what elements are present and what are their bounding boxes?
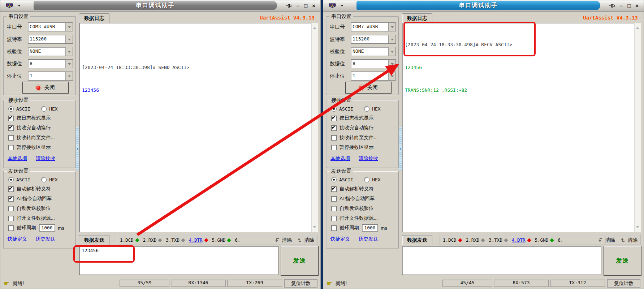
radio-recv-ascii[interactable]: ASCII xyxy=(8,106,30,112)
collapse-panel-icon[interactable] xyxy=(76,127,79,170)
scroll-down-icon[interactable] xyxy=(636,226,639,230)
tab-data-log[interactable]: 数据日志 xyxy=(402,13,432,23)
reset-count-button[interactable]: 复位计数 xyxy=(284,279,317,288)
scroll-down-icon[interactable] xyxy=(313,226,316,230)
checkbox-file-data-source[interactable]: 打开文件数据源... xyxy=(8,215,75,221)
app-menu[interactable] xyxy=(3,1,34,10)
clear-send-button[interactable]: 清除 xyxy=(297,237,314,243)
scroll-up-icon[interactable] xyxy=(636,25,639,29)
link-history-send[interactable]: 历史发送 xyxy=(36,236,55,242)
log-scrollbar[interactable] xyxy=(311,23,318,232)
data-log-area[interactable]: [2023-04-24 18:33:30.498]# RECV ASCII> 1… xyxy=(402,23,641,232)
checkbox-at-auto-enter[interactable]: AT指令自动回车 xyxy=(331,195,398,202)
close-window-button[interactable]: × xyxy=(635,2,639,9)
tab-data-send[interactable]: 数据发送 xyxy=(79,235,109,245)
link-clear-receive[interactable]: 清除接收 xyxy=(36,155,55,162)
radio-recv-hex[interactable]: HEX xyxy=(364,106,380,112)
clear-send-button[interactable]: 清除 xyxy=(620,237,637,243)
radio-recv-ascii[interactable]: ASCII xyxy=(331,106,353,112)
minimize-button[interactable]: – xyxy=(297,2,299,9)
checkbox-pause-display[interactable]: 暂停接收区显示 xyxy=(8,144,75,151)
checkbox-auto-escape[interactable]: 自动解析转义符 xyxy=(331,186,398,192)
send-button[interactable]: 发送 xyxy=(281,246,319,276)
cycle-period-input[interactable]: 1000 xyxy=(39,224,55,232)
combo-dropdown-button[interactable] xyxy=(65,35,73,43)
link-quick-define[interactable]: 快捷定义 xyxy=(8,236,27,242)
combo-dropdown-button[interactable] xyxy=(388,23,396,31)
radio-send-hex[interactable]: HEX xyxy=(364,177,380,182)
pin-icon[interactable] xyxy=(609,3,615,8)
radio-send-ascii[interactable]: ASCII xyxy=(331,177,353,182)
close-window-button[interactable]: × xyxy=(312,2,315,9)
combo-dropdown-button[interactable] xyxy=(65,72,73,80)
stop-bits-select[interactable]: 1 xyxy=(351,72,396,81)
baud-rate-select[interactable]: 115200 xyxy=(28,35,73,44)
signal-label[interactable]: 4.DTR xyxy=(189,237,203,243)
signal-dtr[interactable]: 4.DTR xyxy=(512,237,531,243)
combo-dropdown-button[interactable] xyxy=(65,23,73,31)
parity-select[interactable]: NONE xyxy=(351,47,396,56)
pin-icon[interactable] xyxy=(286,3,292,8)
maximize-button[interactable]: □ xyxy=(304,2,307,9)
checkbox-file-data-source[interactable]: 打开文件数据源... xyxy=(331,215,398,221)
parity-select[interactable]: NONE xyxy=(28,47,73,56)
combo-dropdown-button[interactable] xyxy=(388,72,396,80)
tab-data-log[interactable]: 数据日志 xyxy=(79,13,109,23)
checkbox-auto-newline[interactable]: 接收完自动换行 xyxy=(331,125,398,131)
data-bits-select[interactable]: 8 xyxy=(351,59,396,68)
checkbox-auto-checksum[interactable]: 自动发送校验位 xyxy=(8,205,75,212)
checkbox-log-mode-display[interactable]: 按日志模式显示 xyxy=(8,115,75,121)
link-other-options[interactable]: 其他选项 xyxy=(330,155,350,162)
reset-count-button[interactable]: 复位计数 xyxy=(607,279,640,288)
checkbox-cycle-period[interactable]: 循环周期 1000 ms xyxy=(8,225,75,231)
titlebar[interactable]: 串口调试助手 – □ × xyxy=(323,0,644,12)
com-port-select[interactable]: COM3 #USB xyxy=(28,22,73,31)
log-scrollbar[interactable] xyxy=(634,23,641,232)
clear-receive-button[interactable]: 清除 xyxy=(598,237,615,243)
stop-bits-select[interactable]: 1 xyxy=(28,72,73,81)
link-history-send[interactable]: 历史发送 xyxy=(359,236,378,242)
com-port-select[interactable]: COM7 #USB xyxy=(351,22,396,31)
link-quick-define[interactable]: 快捷定义 xyxy=(330,236,350,242)
checkbox-redirect-to-file[interactable]: 接收转向至文件... xyxy=(331,134,398,141)
checkbox-cycle-period[interactable]: 循环周期 1000 ms xyxy=(331,225,398,231)
checkbox-pause-display[interactable]: 暂停接收区显示 xyxy=(331,144,398,151)
titlebar[interactable]: 串口调试助手 – □ × xyxy=(0,0,320,12)
signal-label[interactable]: 4.DTR xyxy=(512,237,526,243)
checkbox-redirect-to-file[interactable]: 接收转向至文件... xyxy=(8,134,75,141)
close-port-button[interactable]: 关闭 xyxy=(345,82,392,94)
radio-recv-hex[interactable]: HEX xyxy=(41,106,57,112)
link-clear-receive[interactable]: 清除接收 xyxy=(359,155,378,162)
brand-link[interactable]: UartAssist V4.3.13 xyxy=(583,15,638,21)
combo-dropdown-button[interactable] xyxy=(388,47,396,56)
checkbox-auto-newline[interactable]: 接收完自动换行 xyxy=(8,125,75,131)
tab-data-send[interactable]: 数据发送 xyxy=(402,235,432,245)
data-log-area[interactable]: [2023-04-24 18:33:30.398]# SEND ASCII> 1… xyxy=(79,23,318,232)
combo-dropdown-button[interactable] xyxy=(65,47,73,56)
minimize-button[interactable]: – xyxy=(620,2,623,9)
combo-dropdown-button[interactable] xyxy=(388,60,396,68)
combo-dropdown-button[interactable] xyxy=(65,60,73,68)
checkbox-log-mode-display[interactable]: 按日志模式显示 xyxy=(331,115,398,121)
link-other-options[interactable]: 其他选项 xyxy=(8,155,27,162)
app-menu[interactable] xyxy=(325,1,356,10)
brand-link[interactable]: UartAssist V4.3.13 xyxy=(260,15,315,21)
signal-dtr[interactable]: 4.DTR xyxy=(189,237,208,243)
send-input[interactable] xyxy=(402,246,601,275)
cycle-period-input[interactable]: 1000 xyxy=(362,224,378,232)
baud-rate-select[interactable]: 115200 xyxy=(351,35,396,44)
scroll-up-icon[interactable] xyxy=(313,25,316,29)
send-input[interactable]: 123456 xyxy=(79,246,278,275)
clear-receive-button[interactable]: 清除 xyxy=(275,237,292,243)
data-bits-select[interactable]: 8 xyxy=(28,59,73,68)
radio-send-hex[interactable]: HEX xyxy=(41,177,57,182)
checkbox-auto-checksum[interactable]: 自动发送校验位 xyxy=(331,205,398,212)
maximize-button[interactable]: □ xyxy=(627,2,631,9)
checkbox-at-auto-enter[interactable]: AT指令自动回车 xyxy=(8,195,75,202)
radio-send-ascii[interactable]: ASCII xyxy=(8,177,30,182)
send-button[interactable]: 发送 xyxy=(604,246,641,276)
collapse-panel-icon[interactable] xyxy=(399,127,402,170)
close-port-button[interactable]: 关闭 xyxy=(22,82,69,94)
combo-dropdown-button[interactable] xyxy=(388,35,396,43)
checkbox-auto-escape[interactable]: 自动解析转义符 xyxy=(8,186,75,192)
